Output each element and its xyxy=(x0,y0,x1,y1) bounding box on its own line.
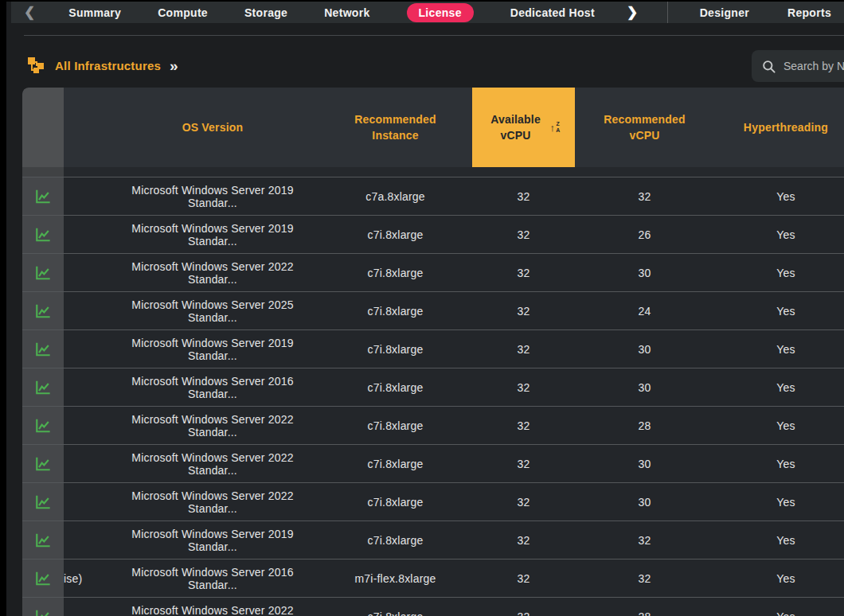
tab-license[interactable]: License xyxy=(407,3,474,22)
tab-summary[interactable]: Summary xyxy=(68,6,121,19)
cell-os-version: Microsoft Windows Server 2022 Standar... xyxy=(107,407,318,444)
cell-os-version: Microsoft Windows Server 2019 Standar... xyxy=(107,216,318,253)
table-row[interactable]: Microsoft Windows Server 2022 Standar...… xyxy=(22,482,844,520)
cell-os-version: Microsoft Windows Server 2022 Standar... xyxy=(107,254,318,291)
cell-recommended-vcpu: 24 xyxy=(575,292,714,329)
license-table: OS Version Recommended Instance Availabl… xyxy=(22,88,844,616)
cell-hidden-fragment xyxy=(64,330,107,368)
header-recommended-instance[interactable]: Recommended Instance xyxy=(318,88,472,167)
table-row[interactable]: Microsoft Windows Server 2025 Standar...… xyxy=(22,291,844,329)
top-navbar: ❮ SummaryComputeStorageNetworkLicenseDed… xyxy=(11,2,844,23)
line-chart-icon[interactable] xyxy=(34,380,52,396)
cell-recommended-vcpu: 30 xyxy=(575,483,714,520)
cell-available-vcpu: 32 xyxy=(472,254,575,291)
line-chart-icon[interactable] xyxy=(34,494,52,510)
cell-recommended-instance: c7i.8xlarge xyxy=(318,254,472,291)
cell-os-version: Microsoft Windows Server 2016 Standar... xyxy=(107,559,318,597)
cell-recommended-instance: c7i.8xlarge xyxy=(318,407,472,444)
cell-hidden-fragment xyxy=(64,445,107,482)
nav-tabs: SummaryComputeStorageNetworkLicenseDedic… xyxy=(68,3,595,22)
cell-hyperthreading: Yes xyxy=(714,598,844,616)
table-row[interactable]: Microsoft Windows Server 2019 Standar...… xyxy=(22,520,844,559)
cell-hyperthreading: Yes xyxy=(714,292,844,329)
line-chart-icon[interactable] xyxy=(34,571,52,587)
cell-recommended-vcpu: 30 xyxy=(575,330,714,368)
chevron-left-icon[interactable]: ❮ xyxy=(24,6,35,19)
cell-recommended-vcpu: 32 xyxy=(575,559,714,597)
table-row[interactable]: Microsoft Windows Server 2022 Standar...… xyxy=(22,597,844,616)
header-recommended-vcpu[interactable]: Recommended vCPU xyxy=(575,88,714,167)
table-row[interactable]: Microsoft Windows Server 2019 Standar...… xyxy=(22,329,844,368)
cell-hyperthreading: Yes xyxy=(714,368,844,406)
header-hidden-column xyxy=(64,88,107,167)
search-icon xyxy=(761,59,776,74)
cell-hidden-fragment xyxy=(64,216,107,253)
line-chart-icon[interactable] xyxy=(34,456,52,472)
table-row[interactable]: ise) Microsoft Windows Server 2016 Stand… xyxy=(22,559,844,597)
header-hyperthreading[interactable]: Hyperthreading xyxy=(714,88,844,167)
sort-alpha-icon[interactable]: ↑ ZA xyxy=(550,121,561,133)
cell-hidden-fragment xyxy=(64,407,107,444)
line-chart-icon[interactable] xyxy=(34,189,52,205)
header-icon-column xyxy=(22,88,64,167)
table-row[interactable]: Microsoft Windows Server 2022 Standar...… xyxy=(22,406,844,444)
clipped-row xyxy=(22,167,844,177)
table-row[interactable]: Microsoft Windows Server 2022 Standar...… xyxy=(22,253,844,291)
cell-available-vcpu: 32 xyxy=(472,483,575,520)
cell-os-version: Microsoft Windows Server 2019 Standar... xyxy=(107,177,318,215)
nav-divider xyxy=(667,2,668,23)
breadcrumb[interactable]: All Infrastructures » xyxy=(27,56,178,75)
header-available-vcpu-sorted[interactable]: Available vCPU ↑ ZA xyxy=(472,88,575,167)
line-chart-icon[interactable] xyxy=(34,532,52,548)
cell-recommended-instance: c7i.8xlarge xyxy=(318,483,472,520)
header-os-version[interactable]: OS Version xyxy=(107,88,318,167)
table-row[interactable]: Microsoft Windows Server 2019 Standar...… xyxy=(22,215,844,253)
line-chart-icon[interactable] xyxy=(34,609,52,616)
cell-hyperthreading: Yes xyxy=(714,483,844,520)
cell-recommended-vcpu: 28 xyxy=(575,598,714,616)
tab-reports[interactable]: Reports xyxy=(787,6,831,19)
hierarchy-icon xyxy=(27,56,46,75)
double-chevron-icon[interactable]: » xyxy=(170,58,178,73)
line-chart-icon[interactable] xyxy=(34,341,52,357)
cell-os-version: Microsoft Windows Server 2019 Standar... xyxy=(107,330,318,368)
table-row[interactable]: Microsoft Windows Server 2022 Standar...… xyxy=(22,444,844,482)
cell-hidden-fragment xyxy=(64,368,107,406)
table-body: Microsoft Windows Server 2019 Standar...… xyxy=(22,177,844,616)
cell-hyperthreading: Yes xyxy=(714,216,844,253)
cell-os-version: Microsoft Windows Server 2016 Standar... xyxy=(107,368,318,406)
cell-os-version: Microsoft Windows Server 2019 Standar... xyxy=(107,521,318,559)
tab-network[interactable]: Network xyxy=(324,6,369,19)
app-window: ❮ SummaryComputeStorageNetworkLicenseDed… xyxy=(6,2,844,616)
nav-right-group: Designer Reports xyxy=(667,2,831,23)
cell-recommended-vcpu: 28 xyxy=(575,407,714,444)
tab-dedicated-host[interactable]: Dedicated Host xyxy=(510,6,595,19)
line-chart-icon[interactable] xyxy=(34,265,52,281)
cell-hyperthreading: Yes xyxy=(714,445,844,482)
cell-available-vcpu: 32 xyxy=(472,368,575,406)
cell-hyperthreading: Yes xyxy=(714,407,844,444)
line-chart-icon[interactable] xyxy=(34,303,52,319)
tab-designer[interactable]: Designer xyxy=(700,6,749,19)
cell-recommended-instance: c7i.8xlarge xyxy=(318,521,472,559)
cell-hyperthreading: Yes xyxy=(714,254,844,291)
cell-hyperthreading: Yes xyxy=(714,177,844,215)
cell-available-vcpu: 32 xyxy=(472,216,575,253)
cell-available-vcpu: 32 xyxy=(472,521,575,559)
tab-compute[interactable]: Compute xyxy=(158,6,208,19)
line-chart-icon[interactable] xyxy=(34,227,52,243)
search-input[interactable] xyxy=(783,60,844,72)
cell-recommended-vcpu: 32 xyxy=(575,521,714,559)
tab-storage[interactable]: Storage xyxy=(244,6,287,19)
breadcrumb-label[interactable]: All Infrastructures xyxy=(55,59,161,72)
table-row[interactable]: Microsoft Windows Server 2019 Standar...… xyxy=(22,177,844,215)
cell-hidden-fragment: ise) xyxy=(64,559,107,597)
cell-recommended-vcpu: 30 xyxy=(575,368,714,406)
cell-recommended-instance: c7a.8xlarge xyxy=(318,177,472,215)
table-row[interactable]: Microsoft Windows Server 2016 Standar...… xyxy=(22,368,844,406)
cell-recommended-vcpu: 30 xyxy=(575,254,714,291)
line-chart-icon[interactable] xyxy=(34,418,52,434)
cell-hidden-fragment xyxy=(64,521,107,559)
chevron-right-icon[interactable]: ❯ xyxy=(627,6,638,19)
cell-os-version: Microsoft Windows Server 2022 Standar... xyxy=(107,445,318,482)
